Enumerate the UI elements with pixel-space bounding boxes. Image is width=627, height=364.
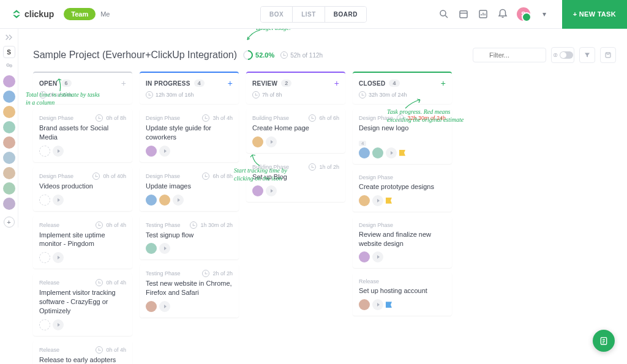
card-time: 0h of 4h	[96, 279, 126, 286]
view-box[interactable]: BOX	[261, 7, 293, 22]
start-timer-button[interactable]	[372, 299, 383, 310]
assignee-avatar[interactable]	[252, 136, 263, 147]
column-name: CLOSED	[359, 80, 385, 87]
board-column-closed: CLOSED 4 + 32h 30m of 24h Design Phase 3…	[353, 72, 452, 321]
assignee-avatar[interactable]	[359, 195, 370, 206]
rail-avatar[interactable]	[3, 91, 15, 103]
add-card-button[interactable]: +	[228, 78, 233, 88]
task-card[interactable]: Design Phase Review and finalize new web…	[353, 217, 452, 269]
start-timer-button[interactable]	[53, 319, 64, 330]
svg-line-1	[445, 15, 448, 18]
task-card[interactable]: Release 0h of 4h Implement visitor track…	[33, 273, 132, 336]
rail-avatar[interactable]	[3, 152, 15, 164]
assignee-avatar[interactable]	[146, 195, 157, 206]
task-card[interactable]: Design Phase 6h of 8h Update images	[140, 167, 239, 211]
start-timer-button[interactable]	[266, 136, 277, 147]
task-card[interactable]: Design Phase 0h of 40h Videos production	[33, 167, 132, 211]
assignee-avatar[interactable]	[359, 299, 370, 310]
assignee-avatar[interactable]	[146, 301, 157, 312]
start-timer-button[interactable]	[159, 301, 170, 312]
assignee-avatar[interactable]	[359, 147, 370, 158]
user-avatar[interactable]: S	[517, 7, 530, 21]
filter-input[interactable]	[473, 48, 546, 62]
progress-ring-icon	[241, 48, 255, 62]
add-card-button[interactable]: +	[121, 78, 126, 88]
collapse-icon[interactable]	[4, 32, 14, 42]
rail-avatar[interactable]	[3, 136, 15, 149]
assignee-avatar[interactable]	[372, 147, 383, 158]
unassigned-avatar-icon[interactable]	[39, 146, 50, 157]
space-tile[interactable]: S	[3, 46, 15, 58]
card-title: Implement site uptime monitor - Pingdom	[39, 231, 126, 249]
start-timer-button[interactable]	[386, 147, 397, 158]
logo[interactable]: clickup	[11, 9, 54, 20]
rail-avatar[interactable]	[3, 75, 15, 87]
task-card[interactable]: Release 0h of 4h Implement site uptime m…	[33, 216, 132, 269]
start-timer-button[interactable]	[53, 252, 64, 263]
svg-rect-2	[460, 11, 467, 18]
start-timer-button[interactable]	[266, 185, 277, 196]
task-card[interactable]: Design Phase 32h 30m of 24h Design new l…	[353, 109, 452, 164]
assignee-avatar[interactable]	[252, 185, 263, 196]
assignee-avatar[interactable]	[359, 251, 370, 262]
rail-avatar[interactable]	[3, 167, 15, 179]
unassigned-avatar-icon[interactable]	[39, 252, 50, 263]
toggle-option[interactable]: ⦿	[551, 47, 574, 63]
project-title: Sample Project (Everhour+ClickUp Integra…	[33, 50, 237, 61]
start-timer-button[interactable]	[53, 195, 64, 206]
rail-avatar[interactable]	[3, 106, 15, 118]
assignee-avatar[interactable]	[159, 195, 170, 206]
rail-avatar[interactable]	[3, 182, 15, 195]
start-timer-button[interactable]	[372, 195, 383, 206]
task-card[interactable]: Building Phase 1h of 2h Set up Blog	[246, 158, 345, 202]
add-card-button[interactable]: +	[441, 78, 446, 88]
task-card[interactable]: Release 0h of 4h Release to early adopte…	[33, 341, 132, 364]
progress-pct-text: 52.0%	[255, 51, 274, 59]
card-phase: Building Phase	[252, 115, 289, 121]
team-tab[interactable]: Team	[64, 8, 96, 20]
rail-avatar[interactable]	[3, 198, 15, 210]
card-time: 6h of 8h	[202, 173, 233, 180]
notifications-icon[interactable]	[497, 9, 508, 20]
priority-flag-icon	[399, 150, 405, 156]
view-list[interactable]: LIST	[293, 7, 325, 22]
svg-point-10	[10, 65, 12, 67]
left-rail: S +	[0, 29, 18, 228]
card-phase: Release	[359, 278, 379, 284]
board-main: Total time by project vs total estimate.…	[18, 29, 627, 364]
dashboard-icon[interactable]	[478, 9, 489, 20]
start-timer-button[interactable]	[372, 251, 383, 262]
start-timer-button[interactable]	[53, 146, 64, 157]
start-timer-button[interactable]	[159, 243, 170, 254]
unassigned-avatar-icon[interactable]	[39, 319, 50, 330]
start-timer-button[interactable]	[173, 195, 184, 206]
view-board[interactable]: BOARD	[325, 7, 366, 22]
card-phase: Design Phase	[146, 115, 180, 121]
task-card[interactable]: Design Phase Create prototype designs	[353, 169, 452, 212]
rail-avatar[interactable]	[3, 121, 15, 133]
card-title: Brand assets for Social Media	[39, 124, 126, 142]
calendar-icon[interactable]	[458, 9, 469, 20]
add-user-button[interactable]: +	[4, 217, 15, 228]
people-icon[interactable]	[4, 62, 14, 72]
task-card[interactable]: Testing Phase 1h 30m of 2h Test signup f…	[140, 216, 239, 260]
view-switcher: BOX LIST BOARD	[260, 6, 367, 23]
workspace-dropdown-icon[interactable]: ▾	[539, 9, 550, 20]
assignee-avatar[interactable]	[146, 146, 157, 157]
me-tab[interactable]: Me	[100, 10, 110, 18]
save-view-button[interactable]	[600, 47, 616, 63]
column-count: 4	[194, 80, 205, 87]
search-icon[interactable]	[438, 9, 449, 20]
add-card-button[interactable]: +	[334, 78, 339, 88]
task-card[interactable]: Building Phase 6h of 6h Create Home page	[246, 109, 345, 153]
task-card[interactable]: Design Phase 0h of 8h Brand assets for S…	[33, 109, 132, 162]
assignee-avatar[interactable]	[146, 243, 157, 254]
task-card[interactable]: Release Set up hosting account	[353, 273, 452, 316]
quick-create-fab[interactable]	[593, 330, 615, 352]
start-timer-button[interactable]	[159, 146, 170, 157]
unassigned-avatar-icon[interactable]	[39, 195, 50, 206]
task-card[interactable]: Testing Phase 2h of 2h Test new website …	[140, 264, 239, 318]
task-card[interactable]: Design Phase 3h of 4h Update style guide…	[140, 109, 239, 162]
filter-button[interactable]	[579, 47, 595, 63]
new-task-button[interactable]: + NEW TASK	[562, 0, 627, 29]
